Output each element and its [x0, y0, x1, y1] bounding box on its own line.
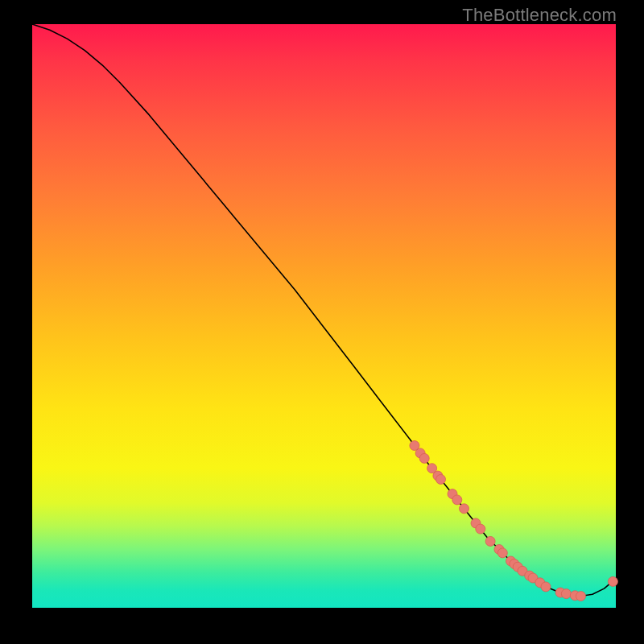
- marker-dot: [541, 582, 551, 592]
- marker-dot: [576, 592, 586, 601]
- marker-dot: [561, 589, 571, 599]
- marker-dot: [476, 524, 485, 534]
- marker-dots: [410, 441, 618, 601]
- marker-dot: [460, 504, 469, 514]
- marker-dot: [608, 576, 617, 586]
- marker-dot: [485, 536, 495, 546]
- chart-overlay: [32, 24, 616, 608]
- marker-dot: [497, 548, 507, 558]
- marker-dot: [452, 495, 462, 505]
- curve-line: [32, 24, 616, 597]
- marker-dot: [419, 453, 429, 463]
- watermark-text: TheBottleneck.com: [462, 5, 617, 26]
- marker-dot: [436, 475, 446, 485]
